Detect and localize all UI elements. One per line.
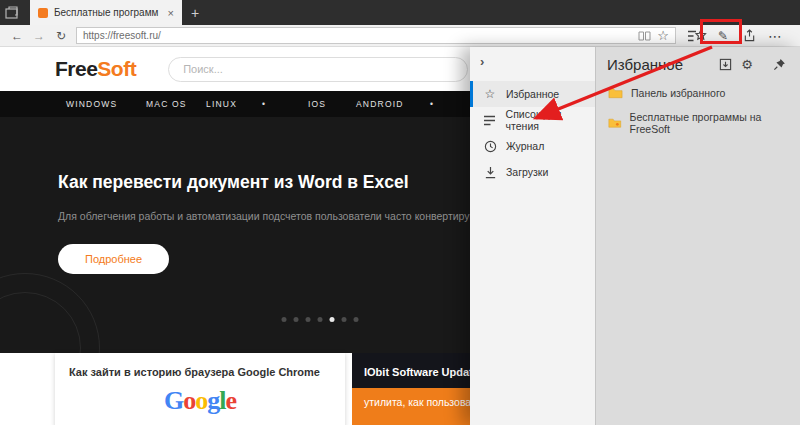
settings-gear-icon[interactable]: ⚙ <box>736 57 758 72</box>
article-card-title: Как зайти в историю браузера Google Chro… <box>55 353 345 382</box>
new-tab-button[interactable]: + <box>182 0 208 25</box>
forward-button[interactable]: → <box>28 29 50 43</box>
hub-item-label: Журнал <box>506 140 544 152</box>
google-letter: o <box>183 386 195 415</box>
favorites-header: Избранное ⚙ <box>596 47 800 81</box>
carousel-dots[interactable] <box>282 317 359 322</box>
nav-item-linux[interactable]: LINUX <box>206 99 262 109</box>
decorative-arcs <box>0 273 100 353</box>
address-bar[interactable]: ☆ <box>76 27 676 44</box>
set-tabs-aside-icon[interactable] <box>0 0 22 25</box>
site-search[interactable] <box>168 57 468 82</box>
favorites-item-label: Бесплатные программы на FreeSoft <box>630 111 788 135</box>
hub-expand-chevron-icon[interactable]: › <box>470 47 595 73</box>
nav-separator-dot: • <box>262 99 308 109</box>
import-favorites-icon[interactable] <box>714 58 736 71</box>
hub-menu: › ☆ Избранное Список для чтения Журнал <box>470 47 595 425</box>
tab-title: Бесплатные программ <box>54 7 162 18</box>
hub-item-downloads[interactable]: Загрузки <box>470 159 595 185</box>
nav-item-macos[interactable]: MAC OS <box>146 99 206 109</box>
google-logo: Google <box>55 386 345 416</box>
tab-close-icon[interactable]: × <box>168 7 174 19</box>
refresh-button[interactable]: ↻ <box>50 29 72 43</box>
reading-view-icon[interactable] <box>638 31 651 41</box>
google-letter: g <box>207 386 219 415</box>
carousel-dot[interactable] <box>282 317 287 322</box>
nav-item-windows[interactable]: WINDOWS <box>66 99 146 109</box>
freesoft-logo[interactable]: FreeSoft <box>55 57 136 81</box>
reading-list-icon <box>483 115 497 126</box>
google-letter: o <box>195 386 207 415</box>
favorites-item-label: Панель избранного <box>631 87 725 99</box>
carousel-dot[interactable] <box>354 317 359 322</box>
article-card-google-chrome[interactable]: Как зайти в историю браузера Google Chro… <box>55 353 345 425</box>
carousel-dot[interactable] <box>342 317 347 322</box>
favorites-title: Избранное <box>607 56 714 73</box>
more-button[interactable]: ⋯ <box>762 25 788 47</box>
favorites-item-bar[interactable]: Панель избранного <box>596 81 800 105</box>
nav-item-ios[interactable]: IOS <box>308 99 356 109</box>
hero-more-button[interactable]: Подробнее <box>58 244 169 274</box>
star-icon: ☆ <box>483 87 497 101</box>
hub-item-label: Загрузки <box>506 166 548 178</box>
google-letter: e <box>225 386 236 415</box>
downloads-icon <box>483 166 497 179</box>
carousel-dot-active[interactable] <box>330 317 335 322</box>
carousel-dot[interactable] <box>318 317 323 322</box>
annotation-red-box <box>700 19 742 44</box>
hero-title: Как перевести документ из Word в Excel <box>58 172 409 193</box>
nav-item-android[interactable]: ANDROID <box>356 99 430 109</box>
logo-part-soft: Soft <box>97 57 136 80</box>
hub-flyout: › ☆ Избранное Список для чтения Журнал <box>470 47 800 425</box>
folder-icon <box>608 87 623 99</box>
hub-item-history[interactable]: Журнал <box>470 133 595 159</box>
logo-part-free: Free <box>55 57 97 80</box>
site-search-input[interactable] <box>183 63 453 75</box>
browser-navbar: ← → ↻ ☆ ✎ ⋯ <box>0 25 800 47</box>
favorite-star-icon[interactable]: ☆ <box>657 29 669 42</box>
hub-menu-list: ☆ Избранное Список для чтения Журнал За <box>470 81 595 185</box>
tab-favicon-icon <box>38 8 48 18</box>
hub-item-label: Избранное <box>506 88 559 100</box>
carousel-dot[interactable] <box>294 317 299 322</box>
hub-item-reading-list[interactable]: Список для чтения <box>470 107 595 133</box>
tab-bar: Бесплатные программ × + <box>0 0 800 25</box>
favorites-item-freesoft[interactable]: Бесплатные программы на FreeSoft <box>596 105 800 141</box>
back-button[interactable]: ← <box>6 29 28 43</box>
pin-pane-icon[interactable] <box>768 58 790 71</box>
google-letter: G <box>164 386 183 415</box>
favorites-pane: Избранное ⚙ Панель избранного Бесплатные… <box>595 47 800 425</box>
history-clock-icon <box>483 140 497 153</box>
browser-tab[interactable]: Бесплатные программ × <box>30 0 182 25</box>
address-input[interactable] <box>83 30 632 41</box>
hub-item-label: Список для чтения <box>506 108 595 132</box>
carousel-dot[interactable] <box>306 317 311 322</box>
nav-separator-dot: • <box>430 99 434 109</box>
hub-item-favorites[interactable]: ☆ Избранное <box>470 81 595 107</box>
folder-icon <box>608 117 622 129</box>
